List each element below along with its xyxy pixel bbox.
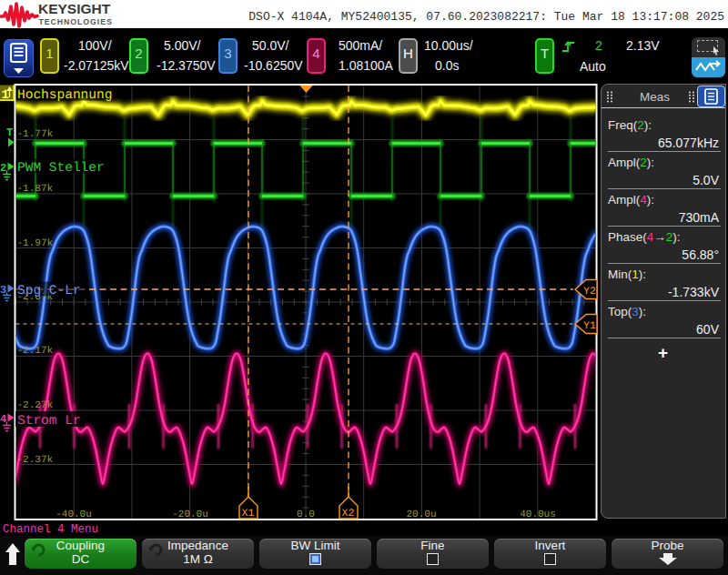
- svg-text:4: 4: [0, 413, 6, 426]
- svg-text:2: 2: [0, 162, 6, 175]
- svg-text:-2.17k: -2.17k: [17, 346, 54, 357]
- svg-text:TECHNOLOGIES: TECHNOLOGIES: [39, 17, 113, 26]
- svg-text:-1.77k: -1.77k: [17, 129, 54, 140]
- svg-text:40.0us: 40.0us: [520, 509, 556, 520]
- svg-text:-2.37k: -2.37k: [17, 455, 54, 466]
- svg-text:X1: X1: [242, 508, 255, 520]
- svg-text:-1.87k: -1.87k: [17, 184, 54, 195]
- svg-text:Y2: Y2: [583, 286, 596, 298]
- svg-text:Y1: Y1: [583, 320, 596, 332]
- svg-text:-20.0u: -20.0u: [172, 509, 208, 520]
- svg-text:-40.0u: -40.0u: [56, 509, 92, 520]
- svg-text:-2.27k: -2.27k: [17, 400, 54, 411]
- svg-text:-1.97k: -1.97k: [17, 238, 54, 249]
- svg-text:Hochspannung: Hochspannung: [17, 88, 112, 103]
- svg-text:Strom Lr: Strom Lr: [17, 414, 81, 429]
- svg-text:20.0u: 20.0u: [406, 509, 436, 520]
- svg-text:PWM Steller: PWM Steller: [17, 161, 105, 176]
- svg-text:T: T: [6, 126, 13, 139]
- svg-text:0.0: 0.0: [297, 509, 315, 520]
- svg-text:KEYSIGHT: KEYSIGHT: [38, 1, 111, 16]
- svg-text:X2: X2: [342, 508, 355, 520]
- svg-text:Spg C-Lr: Spg C-Lr: [17, 284, 81, 298]
